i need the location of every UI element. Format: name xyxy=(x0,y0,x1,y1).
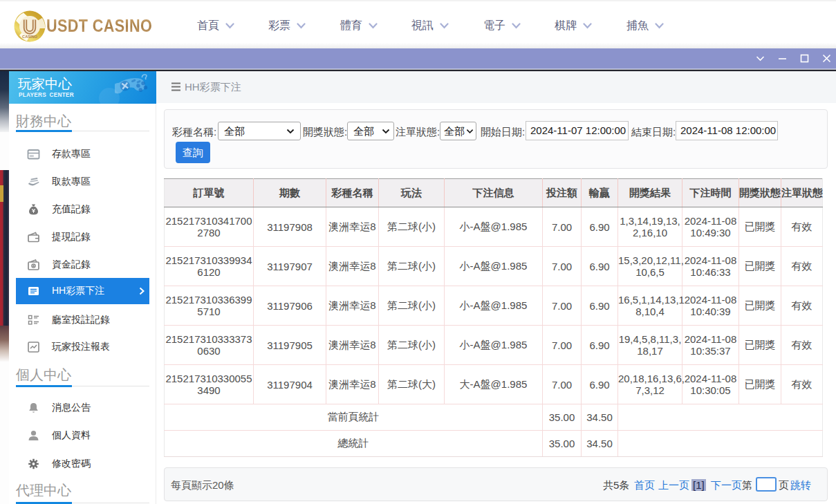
svg-text:CASINO: CASINO xyxy=(22,35,37,39)
